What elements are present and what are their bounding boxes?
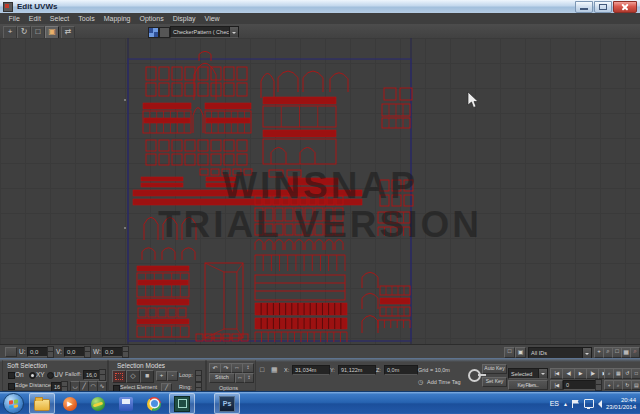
menu-view[interactable]: View bbox=[200, 13, 224, 24]
tray-clock[interactable]: 20:44 23/01/2014 bbox=[606, 397, 636, 411]
uvw-space-icon[interactable] bbox=[159, 27, 170, 38]
taskbar-explorer-button[interactable] bbox=[29, 393, 55, 414]
minimize-button[interactable] bbox=[575, 1, 593, 13]
loop-label: Loop: bbox=[179, 371, 193, 380]
menu-tools[interactable]: Tools bbox=[74, 13, 99, 24]
maximize-button[interactable] bbox=[594, 1, 612, 13]
uvw-bottom-toolbar: U: 0,0 V: 0,0 W: 0,0 □ ▣ All IDs + ⌕ □ ▦… bbox=[0, 344, 640, 359]
show-map-icon[interactable] bbox=[148, 27, 159, 38]
grow-selection-button[interactable]: + bbox=[156, 371, 167, 381]
menu-file[interactable]: File bbox=[4, 13, 24, 24]
align-vertical-icon[interactable]: ↕ bbox=[242, 363, 254, 373]
xy-radio[interactable] bbox=[29, 372, 36, 379]
close-button[interactable] bbox=[613, 1, 637, 13]
rotate-tool-icon[interactable]: ↻ bbox=[17, 26, 31, 39]
absolute-offset-toggle[interactable] bbox=[5, 347, 17, 357]
volume-icon[interactable] bbox=[598, 400, 602, 408]
menu-options[interactable]: Options bbox=[135, 13, 168, 24]
chevron-down-icon[interactable] bbox=[229, 27, 238, 37]
selected-set-dropdown[interactable]: Selected bbox=[508, 368, 548, 379]
taskbar-capture-app-button[interactable] bbox=[169, 393, 195, 414]
viewport-layout-icon[interactable]: ▤ bbox=[631, 380, 640, 390]
set-key-button[interactable]: Set Key bbox=[482, 377, 507, 387]
v-field[interactable]: 0,0 bbox=[64, 347, 86, 357]
action-center-flag-icon[interactable] bbox=[572, 400, 580, 408]
u-spinner[interactable] bbox=[47, 346, 54, 358]
lock-selection-icon[interactable]: □ bbox=[504, 347, 515, 358]
w-spinner[interactable] bbox=[122, 346, 129, 358]
grid-toggle-icon[interactable]: ▦ bbox=[271, 365, 278, 374]
face-mode-icon[interactable]: ■ bbox=[140, 370, 154, 383]
map-pattern-dropdown[interactable]: CheckerPattern ( Checker ) bbox=[170, 26, 239, 38]
uv-radio[interactable] bbox=[47, 372, 54, 379]
menu-mapping[interactable]: Mapping bbox=[99, 13, 135, 24]
y-coord-field[interactable]: 91,122m bbox=[338, 365, 376, 375]
uvw-toolbar: + ↻ □ ▣ ⇄ CheckerPattern ( Checker ) bbox=[0, 24, 640, 39]
taskbar-chrome-button[interactable] bbox=[141, 393, 167, 414]
clock-time: 20:44 bbox=[606, 397, 636, 404]
taskbar-green-app-button[interactable] bbox=[85, 393, 111, 414]
v-spinner[interactable] bbox=[84, 346, 91, 358]
folder-icon bbox=[34, 399, 50, 411]
loop-spinner[interactable] bbox=[195, 370, 202, 382]
selected-set-value: Selected bbox=[509, 371, 538, 377]
uv-editor-canvas[interactable]: WINSNAP TRIAL VERSION bbox=[0, 38, 640, 344]
z-coord-field[interactable]: 0,0m bbox=[384, 365, 418, 375]
key-filters-button[interactable]: Key Filters... bbox=[508, 380, 548, 390]
auto-key-button[interactable]: Auto Key bbox=[482, 364, 507, 374]
start-button[interactable] bbox=[3, 393, 24, 414]
windows-taskbar: ▶ Ps ES ▲ 20:44 23/01/2014 bbox=[0, 391, 640, 414]
current-frame-field[interactable]: 0 bbox=[563, 380, 599, 390]
window-titlebar[interactable]: Edit UVWs bbox=[0, 0, 640, 14]
scale-tool-icon[interactable]: □ bbox=[31, 26, 45, 39]
media-player-icon: ▶ bbox=[63, 397, 77, 411]
globe-icon bbox=[91, 397, 105, 411]
edit-uvws-app-icon bbox=[3, 2, 13, 12]
menu-display[interactable]: Display bbox=[168, 13, 200, 24]
taskbar-blue-app-button[interactable] bbox=[113, 393, 139, 414]
max-status-bar: □ ▦ X: 31,034m Y: 91,122m Z: 0,0m Grid =… bbox=[256, 359, 506, 392]
shrink-selection-button[interactable]: - bbox=[167, 371, 178, 381]
x-coord-field[interactable]: 31,034m bbox=[292, 365, 330, 375]
w-field[interactable]: 0,0 bbox=[102, 347, 124, 357]
maximize-viewport-icon[interactable]: □ bbox=[631, 368, 640, 379]
taskbar-photoshop-button[interactable]: Ps bbox=[214, 393, 240, 414]
soft-selection-on-checkbox[interactable] bbox=[8, 372, 15, 379]
zoom-selected-icon[interactable]: ⌕ bbox=[630, 347, 640, 358]
add-time-tag-button[interactable]: Add Time Tag bbox=[427, 378, 461, 387]
key-mode-icon[interactable]: |◀ bbox=[550, 380, 563, 390]
edge-distance-label: Edge Distance bbox=[15, 381, 51, 390]
x-label: X: bbox=[284, 366, 289, 375]
floppy-icon bbox=[119, 397, 133, 411]
y-label: Y: bbox=[330, 366, 335, 375]
selection-modes-title: Selection Modes bbox=[109, 361, 205, 369]
freeform-mode-icon[interactable]: ▣ bbox=[45, 26, 59, 39]
menu-edit[interactable]: Edit bbox=[24, 13, 45, 24]
falloff-spinner[interactable] bbox=[99, 369, 106, 381]
frame-spinner[interactable] bbox=[595, 379, 602, 391]
taskbar-media-player-button[interactable]: ▶ bbox=[57, 393, 83, 414]
menu-select[interactable]: Select bbox=[45, 13, 73, 24]
mirror-tool-icon[interactable]: ⇄ bbox=[61, 26, 75, 39]
window-title: Edit UVWs bbox=[17, 0, 57, 13]
selection-lock-icon[interactable]: □ bbox=[260, 365, 264, 374]
set-keys-icon[interactable] bbox=[468, 369, 481, 382]
capture-app-icon bbox=[174, 396, 190, 412]
anim-controls: Selected Key Filters... |◀ ◀| ▶ |▶ ▶| |◀… bbox=[506, 359, 640, 392]
falloff-label: Falloff: bbox=[65, 370, 81, 379]
language-indicator[interactable]: ES bbox=[550, 400, 559, 407]
network-icon[interactable] bbox=[584, 399, 594, 408]
v-label: V: bbox=[56, 347, 62, 356]
tray-expand-icon[interactable]: ▲ bbox=[563, 401, 568, 407]
edge-mode-icon[interactable]: ◇ bbox=[126, 370, 140, 383]
u-field[interactable]: 0,0 bbox=[27, 347, 49, 357]
filter-icon[interactable]: ▣ bbox=[515, 347, 526, 358]
vertex-mode-icon[interactable] bbox=[112, 370, 126, 383]
move-tool-icon[interactable]: + bbox=[3, 26, 17, 39]
w-label: W: bbox=[93, 347, 101, 356]
stitch-vertical-icon[interactable]: ↕ bbox=[244, 373, 254, 383]
chevron-down-icon[interactable] bbox=[582, 348, 591, 358]
stitch-button[interactable]: Stitch bbox=[209, 373, 235, 383]
chevron-down-icon[interactable] bbox=[538, 369, 547, 378]
edge-distance-checkbox[interactable] bbox=[8, 383, 15, 390]
